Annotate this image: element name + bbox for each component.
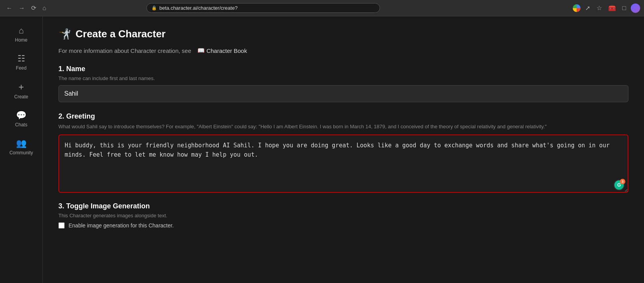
greeting-section-hint: What would Sahil say to introduce themse… [58, 123, 628, 131]
sidebar-label-create: Create [14, 94, 28, 100]
page-header: 🤺 Create a Character [58, 28, 628, 40]
feed-icon: ☷ [18, 54, 25, 64]
toggle-section-hint: This Character generates images alongsid… [58, 213, 628, 218]
url-text: beta.character.ai/character/create? [159, 5, 238, 11]
sidebar-label-home: Home [15, 37, 27, 43]
name-section: 1. Name The name can include first and l… [58, 65, 628, 112]
chats-icon: 💬 [16, 110, 26, 121]
greeting-section: 2. Greeting What would Sahil say to intr… [58, 112, 628, 194]
home-button[interactable]: ⌂ [40, 3, 49, 13]
fullscreen-button[interactable]: □ [621, 3, 628, 13]
character-book-link[interactable]: 📖 Character Book [197, 47, 247, 54]
sidebar-item-home[interactable]: ⌂ Home [0, 20, 42, 48]
address-bar[interactable]: 🔒 beta.character.ai/character/create? [146, 3, 380, 13]
character-icon: 🤺 [58, 28, 71, 40]
subtitle: For more information about Character cre… [58, 47, 628, 54]
app-layout: ⌂ Home ☷ Feed + Create 💬 Chats 👥 Communi… [0, 16, 644, 283]
main-content: 🤺 Create a Character For more informatio… [43, 16, 644, 283]
community-icon: 👥 [16, 138, 26, 148]
sidebar-item-create[interactable]: + Create [0, 76, 42, 105]
greeting-textarea[interactable]: Hi buddy, this is your friendly neighbor… [58, 135, 628, 193]
page-title: Create a Character [76, 28, 165, 40]
name-input[interactable] [58, 85, 628, 102]
sidebar-item-feed[interactable]: ☷ Feed [0, 48, 42, 76]
bookmark-button[interactable]: ☆ [595, 3, 604, 13]
share-button[interactable]: ➚ [584, 3, 592, 13]
back-button[interactable]: ← [4, 3, 15, 13]
image-generation-checkbox[interactable] [58, 222, 65, 229]
browser-actions: ➚ ☆ 🧰 □ [573, 3, 640, 13]
sidebar-item-chats[interactable]: 💬 Chats [0, 105, 42, 133]
toggle-section: 3. Toggle Image Generation This Characte… [58, 202, 628, 229]
sidebar-label-feed: Feed [16, 65, 26, 71]
grammarly-count: 3 [620, 179, 625, 184]
extension-button[interactable]: 🧰 [607, 3, 618, 13]
subtitle-text: For more information about Character cre… [58, 47, 191, 54]
profile-avatar[interactable] [631, 3, 640, 13]
home-icon: ⌂ [19, 26, 24, 36]
browser-chrome: ← → ⟳ ⌂ 🔒 beta.character.ai/character/cr… [0, 0, 644, 16]
google-icon [573, 4, 581, 12]
sidebar-item-community[interactable]: 👥 Community [0, 133, 42, 161]
reload-button[interactable]: ⟳ [29, 3, 39, 13]
toggle-section-label: 3. Toggle Image Generation [58, 202, 628, 210]
grammarly-badge[interactable]: G 3 [614, 180, 625, 190]
nav-buttons: ← → ⟳ ⌂ [4, 3, 49, 13]
greeting-textarea-wrapper: Hi buddy, this is your friendly neighbor… [58, 135, 628, 194]
book-icon: 📖 [197, 47, 205, 54]
greeting-section-label: 2. Greeting [58, 112, 628, 121]
image-generation-label: Enable image generation for this Charact… [69, 222, 174, 229]
name-section-label: 1. Name [58, 65, 628, 73]
forward-button[interactable]: → [16, 3, 27, 13]
name-section-hint: The name can include first and last name… [58, 75, 628, 81]
create-icon: + [18, 82, 24, 93]
image-generation-checkbox-row[interactable]: Enable image generation for this Charact… [58, 222, 628, 229]
sidebar-label-community: Community [9, 150, 33, 155]
sidebar-label-chats: Chats [15, 122, 27, 128]
character-book-label: Character Book [206, 47, 247, 54]
sidebar: ⌂ Home ☷ Feed + Create 💬 Chats 👥 Communi… [0, 16, 43, 283]
lock-icon: 🔒 [151, 5, 157, 10]
